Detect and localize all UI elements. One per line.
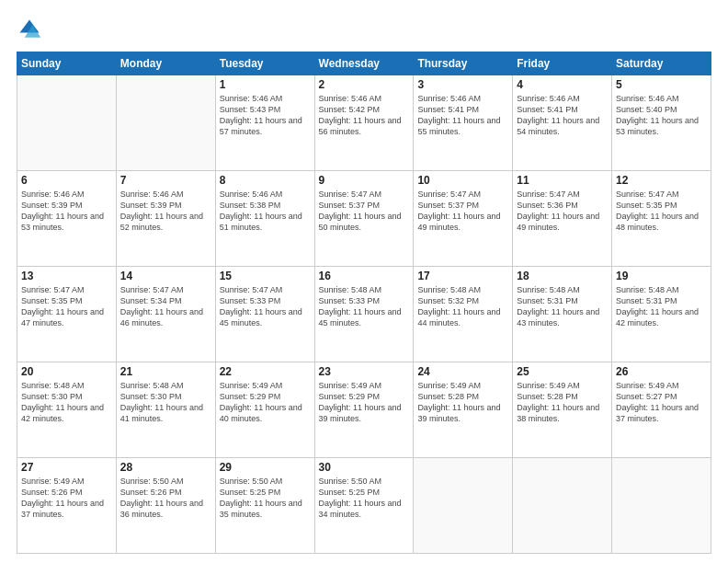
calendar-cell: 28Sunrise: 5:50 AMSunset: 5:26 PMDayligh…	[116, 458, 215, 554]
weekday-header: Friday	[513, 52, 612, 75]
day-number: 8	[220, 174, 311, 187]
day-info: Sunrise: 5:47 AMSunset: 5:36 PMDaylight:…	[517, 189, 608, 234]
calendar-cell: 15Sunrise: 5:47 AMSunset: 5:33 PMDayligh…	[215, 267, 314, 362]
day-info: Sunrise: 5:47 AMSunset: 5:35 PMDaylight:…	[21, 284, 112, 329]
calendar-cell: 25Sunrise: 5:49 AMSunset: 5:28 PMDayligh…	[513, 362, 612, 458]
day-info: Sunrise: 5:50 AMSunset: 5:25 PMDaylight:…	[220, 476, 311, 521]
day-number: 15	[220, 270, 311, 282]
calendar-week-row: 1Sunrise: 5:46 AMSunset: 5:43 PMDaylight…	[17, 75, 711, 171]
day-info: Sunrise: 5:49 AMSunset: 5:29 PMDaylight:…	[220, 380, 311, 425]
calendar-cell: 26Sunrise: 5:49 AMSunset: 5:27 PMDayligh…	[612, 362, 711, 458]
calendar-cell	[17, 75, 117, 171]
header	[17, 17, 711, 42]
calendar-cell: 30Sunrise: 5:50 AMSunset: 5:25 PMDayligh…	[314, 458, 414, 554]
calendar-cell: 2Sunrise: 5:46 AMSunset: 5:42 PMDaylight…	[314, 75, 414, 171]
day-info: Sunrise: 5:49 AMSunset: 5:26 PMDaylight:…	[21, 476, 112, 521]
day-info: Sunrise: 5:50 AMSunset: 5:26 PMDaylight:…	[120, 476, 211, 521]
calendar-cell: 4Sunrise: 5:46 AMSunset: 5:41 PMDaylight…	[513, 75, 612, 171]
calendar-cell: 29Sunrise: 5:50 AMSunset: 5:25 PMDayligh…	[215, 458, 314, 554]
day-info: Sunrise: 5:47 AMSunset: 5:37 PMDaylight:…	[417, 189, 508, 234]
calendar-cell: 7Sunrise: 5:46 AMSunset: 5:39 PMDaylight…	[116, 171, 215, 267]
day-number: 3	[417, 78, 508, 91]
day-info: Sunrise: 5:49 AMSunset: 5:29 PMDaylight:…	[319, 380, 410, 425]
calendar-cell: 27Sunrise: 5:49 AMSunset: 5:26 PMDayligh…	[17, 458, 117, 554]
day-info: Sunrise: 5:48 AMSunset: 5:31 PMDaylight:…	[616, 284, 707, 329]
calendar-cell: 17Sunrise: 5:48 AMSunset: 5:32 PMDayligh…	[414, 267, 513, 362]
calendar-cell: 11Sunrise: 5:47 AMSunset: 5:36 PMDayligh…	[513, 171, 612, 267]
day-number: 30	[319, 461, 410, 474]
day-info: Sunrise: 5:50 AMSunset: 5:25 PMDaylight:…	[319, 476, 410, 521]
day-number: 16	[319, 270, 410, 282]
day-number: 19	[616, 270, 707, 282]
day-number: 4	[517, 78, 608, 91]
day-number: 13	[21, 270, 112, 282]
calendar-cell	[414, 458, 513, 554]
day-info: Sunrise: 5:47 AMSunset: 5:35 PMDaylight:…	[616, 189, 707, 234]
day-info: Sunrise: 5:49 AMSunset: 5:27 PMDaylight:…	[616, 380, 707, 425]
calendar-cell: 10Sunrise: 5:47 AMSunset: 5:37 PMDayligh…	[414, 171, 513, 267]
calendar-cell: 21Sunrise: 5:48 AMSunset: 5:30 PMDayligh…	[116, 362, 215, 458]
calendar-week-row: 13Sunrise: 5:47 AMSunset: 5:35 PMDayligh…	[17, 267, 711, 362]
day-info: Sunrise: 5:46 AMSunset: 5:41 PMDaylight:…	[517, 93, 608, 138]
calendar-cell: 20Sunrise: 5:48 AMSunset: 5:30 PMDayligh…	[17, 362, 117, 458]
weekday-header: Sunday	[17, 52, 117, 75]
day-number: 7	[120, 174, 211, 187]
calendar-cell: 3Sunrise: 5:46 AMSunset: 5:41 PMDaylight…	[414, 75, 513, 171]
weekday-header: Wednesday	[314, 52, 414, 75]
day-number: 11	[517, 174, 608, 187]
calendar-cell: 24Sunrise: 5:49 AMSunset: 5:28 PMDayligh…	[414, 362, 513, 458]
day-info: Sunrise: 5:46 AMSunset: 5:40 PMDaylight:…	[616, 93, 707, 138]
weekday-header: Tuesday	[215, 52, 314, 75]
day-number: 28	[120, 461, 211, 474]
calendar-cell: 6Sunrise: 5:46 AMSunset: 5:39 PMDaylight…	[17, 171, 117, 267]
weekday-header: Saturday	[612, 52, 711, 75]
day-number: 27	[21, 461, 112, 474]
calendar-cell	[612, 458, 711, 554]
calendar-cell: 23Sunrise: 5:49 AMSunset: 5:29 PMDayligh…	[314, 362, 414, 458]
day-info: Sunrise: 5:47 AMSunset: 5:37 PMDaylight:…	[319, 189, 410, 234]
day-info: Sunrise: 5:46 AMSunset: 5:42 PMDaylight:…	[319, 93, 410, 138]
calendar-cell	[513, 458, 612, 554]
day-number: 26	[616, 365, 707, 378]
day-info: Sunrise: 5:48 AMSunset: 5:31 PMDaylight:…	[517, 284, 608, 329]
day-number: 22	[220, 365, 311, 378]
day-info: Sunrise: 5:46 AMSunset: 5:43 PMDaylight:…	[220, 93, 311, 138]
day-number: 18	[517, 270, 608, 282]
day-number: 23	[319, 365, 410, 378]
calendar-cell: 13Sunrise: 5:47 AMSunset: 5:35 PMDayligh…	[17, 267, 117, 362]
calendar-cell: 18Sunrise: 5:48 AMSunset: 5:31 PMDayligh…	[513, 267, 612, 362]
day-number: 9	[319, 174, 410, 187]
calendar-cell: 9Sunrise: 5:47 AMSunset: 5:37 PMDaylight…	[314, 171, 414, 267]
calendar-cell: 22Sunrise: 5:49 AMSunset: 5:29 PMDayligh…	[215, 362, 314, 458]
day-number: 6	[21, 174, 112, 187]
calendar-cell: 8Sunrise: 5:46 AMSunset: 5:38 PMDaylight…	[215, 171, 314, 267]
day-number: 14	[120, 270, 211, 282]
calendar-cell: 5Sunrise: 5:46 AMSunset: 5:40 PMDaylight…	[612, 75, 711, 171]
day-info: Sunrise: 5:49 AMSunset: 5:28 PMDaylight:…	[517, 380, 608, 425]
calendar-cell: 19Sunrise: 5:48 AMSunset: 5:31 PMDayligh…	[612, 267, 711, 362]
day-number: 12	[616, 174, 707, 187]
weekday-header: Thursday	[414, 52, 513, 75]
day-info: Sunrise: 5:46 AMSunset: 5:41 PMDaylight:…	[417, 93, 508, 138]
day-number: 5	[616, 78, 707, 91]
calendar-cell: 14Sunrise: 5:47 AMSunset: 5:34 PMDayligh…	[116, 267, 215, 362]
calendar-week-row: 6Sunrise: 5:46 AMSunset: 5:39 PMDaylight…	[17, 171, 711, 267]
day-info: Sunrise: 5:46 AMSunset: 5:39 PMDaylight:…	[21, 189, 112, 234]
day-number: 25	[517, 365, 608, 378]
calendar-week-row: 27Sunrise: 5:49 AMSunset: 5:26 PMDayligh…	[17, 458, 711, 554]
logo-icon	[17, 17, 42, 42]
calendar-cell: 16Sunrise: 5:48 AMSunset: 5:33 PMDayligh…	[314, 267, 414, 362]
day-info: Sunrise: 5:47 AMSunset: 5:33 PMDaylight:…	[220, 284, 311, 329]
day-info: Sunrise: 5:49 AMSunset: 5:28 PMDaylight:…	[417, 380, 508, 425]
logo	[17, 17, 46, 42]
day-info: Sunrise: 5:46 AMSunset: 5:39 PMDaylight:…	[120, 189, 211, 234]
day-info: Sunrise: 5:46 AMSunset: 5:38 PMDaylight:…	[220, 189, 311, 234]
day-number: 1	[220, 78, 311, 91]
day-info: Sunrise: 5:48 AMSunset: 5:30 PMDaylight:…	[120, 380, 211, 425]
day-number: 21	[120, 365, 211, 378]
day-number: 10	[417, 174, 508, 187]
day-info: Sunrise: 5:48 AMSunset: 5:30 PMDaylight:…	[21, 380, 112, 425]
day-info: Sunrise: 5:47 AMSunset: 5:34 PMDaylight:…	[120, 284, 211, 329]
calendar-cell: 12Sunrise: 5:47 AMSunset: 5:35 PMDayligh…	[612, 171, 711, 267]
day-number: 24	[417, 365, 508, 378]
